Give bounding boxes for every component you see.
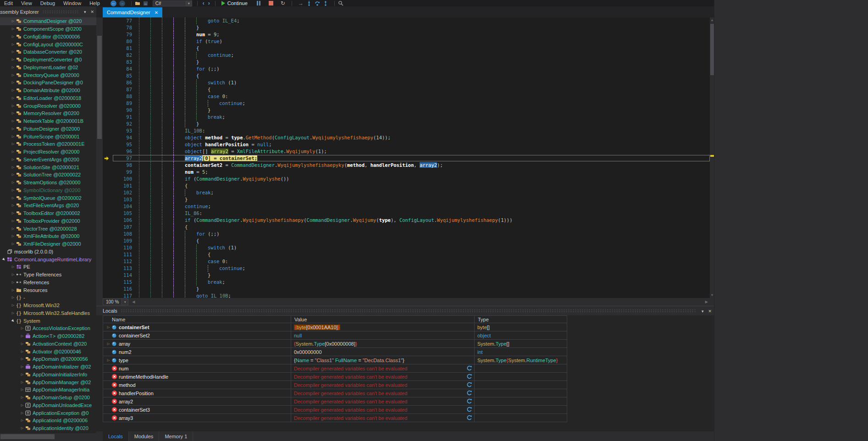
code-line[interactable]: 112case 0: [103,258,710,265]
code-line[interactable]: 113continue; [103,265,710,272]
locals-value-cell[interactable]: Decompiler generated variables can't be … [291,389,475,397]
expander-collapsed-icon[interactable]: ▷ [105,325,111,329]
code-line[interactable]: 93IL_10B: [103,127,710,134]
line-number[interactable]: 77 [114,17,132,24]
bottom-tab-modules[interactable]: Modules [129,431,160,441]
line-number[interactable]: 105 [114,210,132,217]
chevron-down-icon[interactable]: ▾ [186,1,192,6]
tree-item[interactable]: ▷AppDomainManager @02 [0,378,96,386]
tree-item[interactable]: ▷SolutionSite @02000021 [0,163,96,171]
code-editor[interactable]: 77goto IL_E4;78}79num = 9;80if (true)81{… [103,17,710,298]
code-line[interactable]: 86switch (1) [103,79,710,86]
expander-collapsed-icon[interactable]: ▷ [19,342,25,346]
tree-horizontal-scrollbar[interactable] [0,433,96,440]
panel-drag-texture[interactable] [121,309,696,313]
tab-commanddesigner[interactable]: CommandDesigner ✕ [103,7,162,17]
tree-item[interactable]: ▷AppDomain @02000056 [0,355,96,363]
locals-value-cell[interactable]: {Name = "Class1" FullName = "DecData.Cla… [291,356,475,364]
tree-item[interactable]: ▷{}- [0,294,96,302]
line-number[interactable]: 86 [114,79,132,86]
line-number[interactable]: 115 [114,279,132,286]
expander-collapsed-icon[interactable]: ▷ [10,19,16,23]
tree-item[interactable]: ▷AppDomainUnloadedExce [0,402,96,409]
expander-collapsed-icon[interactable]: ▷ [10,265,16,269]
expander-collapsed-icon[interactable]: ▷ [10,196,16,200]
zoom-dropdown-icon[interactable]: ▾ [122,298,128,305]
code-line[interactable]: 98containerSet2 = CommandDesigner.Wyqiju… [103,162,710,169]
locals-value-cell[interactable]: Decompiler generated variables can't be … [291,414,475,422]
code-line[interactable]: 84for (;;) [103,66,710,72]
menu-window[interactable]: Window [59,0,85,6]
tree-item[interactable]: ▷ComponentScope @0200 [0,25,96,33]
code-line[interactable]: 83} [103,59,710,66]
bottom-tab-locals[interactable]: Locals [103,431,129,441]
refresh-icon[interactable] [466,365,472,372]
locals-name-cell[interactable]: array3 [103,414,291,422]
tree-item[interactable]: ▶{}System [0,317,96,325]
continue-button[interactable]: Continue [221,0,248,6]
line-number[interactable]: 113 [114,265,132,272]
code-line[interactable]: 108for (;;) [103,231,710,237]
code-line[interactable]: 104continue; [103,203,710,210]
close-icon[interactable]: ✕ [88,10,96,14]
expander-collapsed-icon[interactable]: ▷ [19,365,25,369]
expander-collapsed-icon[interactable]: ▷ [10,303,16,307]
code-line[interactable]: 114} [103,272,710,279]
locals-value-cell[interactable]: Decompiler generated variables can't be … [291,373,475,380]
menu-view[interactable]: View [17,0,36,6]
tree-item[interactable]: ▷XmlFileAttribute @02000 [0,232,96,240]
expander-collapsed-icon[interactable]: ▷ [105,342,111,346]
assembly-explorer-tree[interactable]: ▷CommandDesigner @020▷ComponentScope @02… [0,17,96,433]
tree-item[interactable]: ▷AccessViolationException [0,325,96,332]
line-number[interactable]: 92 [114,121,132,127]
expander-collapsed-icon[interactable]: ▷ [10,111,16,115]
column-header-name[interactable]: Name [103,316,291,323]
tree-item[interactable]: ▷ApplicationIdentity @020 [0,424,96,432]
tree-item[interactable]: ▶CommonLanguageRuntimeLibrary [0,255,96,263]
tree-item[interactable]: ▷ConfigLayout @0200000C [0,40,96,48]
tree-item[interactable]: ▷DomainAttribute @02000 [0,87,96,94]
tree-item[interactable]: ▷PcitureDesigner @02000 [0,125,96,133]
save-module-button[interactable] [143,1,148,6]
expander-collapsed-icon[interactable]: ▷ [10,311,16,315]
locals-name-cell[interactable]: method [103,381,291,389]
refresh-icon[interactable] [466,374,472,380]
scrollbar-thumb[interactable] [97,36,102,139]
code-line[interactable]: 94object method = type.GetMethod(ConfigL… [103,134,710,141]
code-line[interactable]: 105IL_86: [103,210,710,217]
line-number[interactable]: 80 [114,38,132,45]
tree-item[interactable]: ▷ActivationContext @020 [0,340,96,348]
tree-item[interactable]: ▷ConfigEditor @02000006 [0,33,96,41]
line-number[interactable]: 82 [114,52,132,59]
expander-collapsed-icon[interactable]: ▷ [10,81,16,84]
expander-collapsed-icon[interactable]: ▷ [19,350,25,353]
column-header-value[interactable]: Value [291,316,475,323]
locals-row[interactable]: ▷array{System.Type[0x00000008]}System.Ty… [103,340,567,348]
line-number[interactable]: 112 [114,258,132,265]
locals-value-cell[interactable]: null [291,331,475,339]
refresh-icon[interactable] [466,415,472,422]
locals-row[interactable]: runtimeMethodHandleDecompiler generated … [103,373,567,381]
locals-row[interactable]: numDecompiler generated variables can't … [103,364,567,373]
locals-value-cell[interactable]: {byte[0x0001AA10]} [291,323,475,331]
menu-edit[interactable]: Edit [0,0,17,6]
code-line[interactable]: 92} [103,121,710,127]
tree-item[interactable]: ▷ProcessToken @0200001E [0,140,96,148]
close-icon[interactable]: ✕ [706,309,714,314]
tree-item[interactable]: ▷SymbolDictionary @0200 [0,187,96,194]
line-number[interactable]: 114 [114,272,132,279]
line-number[interactable]: 93 [114,127,132,134]
tree-item[interactable]: ▷Activator @02000046 [0,347,96,355]
line-number[interactable]: 96 [114,148,132,155]
line-number[interactable]: 89 [114,100,132,107]
code-line[interactable]: 106if (CommandDesigner.Wyqijumylyshefish… [103,217,710,224]
scroll-left-arrow-icon[interactable]: ◀ [132,300,135,304]
search-icon[interactable] [338,0,343,6]
refresh-icon[interactable] [466,398,472,405]
code-line[interactable]: 88case 0: [103,93,710,100]
locals-name-cell[interactable]: array2 [103,397,291,405]
code-line[interactable]: 95object handlerPosition = null; [103,141,710,148]
tab-close-icon[interactable]: ✕ [155,10,158,15]
locals-name-cell[interactable]: containerSet2 [103,331,291,339]
chevron-down-icon[interactable]: ▾ [82,10,88,14]
